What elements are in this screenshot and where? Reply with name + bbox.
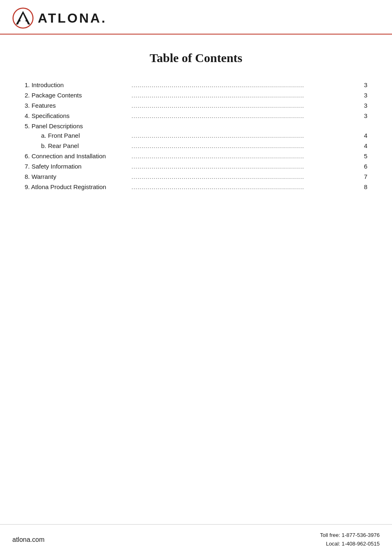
atlona-wordmark: ATLONA. xyxy=(38,11,107,26)
toc-label-toc-9: 9. Atlona Product Registration xyxy=(25,183,131,190)
atlona-logo: ATLONA. xyxy=(12,7,107,29)
toc-page-toc-5b: 4 xyxy=(359,142,367,149)
toc-label-toc-4: 4. Specifications xyxy=(25,112,131,119)
toc-dots-toc-2: ........................................… xyxy=(131,92,359,99)
toc-page-toc-7: 6 xyxy=(359,163,367,170)
page-footer: atlona.com Toll free: 1-877-536-3976 Loc… xyxy=(0,524,392,555)
toc-row: 6. Connection and Installation..........… xyxy=(25,153,367,160)
local-number: 1-408-962-0515 xyxy=(341,541,380,547)
toc-row: 2. Package Contents.....................… xyxy=(25,92,367,99)
toc-row: 9. Atlona Product Registration..........… xyxy=(25,183,367,191)
main-content: Table of Contents 1. Introduction.......… xyxy=(0,35,392,524)
toc-page-toc-4: 3 xyxy=(359,112,367,119)
toc-dots-toc-5b: ........................................… xyxy=(131,143,359,150)
toc-row: 1. Introduction.........................… xyxy=(25,81,367,89)
toc-row: a. Front Panel..........................… xyxy=(25,132,367,140)
toc-dots-toc-3: ........................................… xyxy=(131,102,359,110)
toc-row: 7. Safety Information...................… xyxy=(25,163,367,171)
toc-label-toc-1: 1. Introduction xyxy=(25,81,131,88)
toc-label-toc-3: 3. Features xyxy=(25,102,131,109)
toll-free-label: Toll free: xyxy=(320,532,342,538)
local-label: Local: xyxy=(326,541,341,547)
toc-label-toc-7: 7. Safety Information xyxy=(25,163,131,170)
toc-row: 5. Panel Descriptions xyxy=(25,123,367,130)
page-title: Table of Contents xyxy=(25,51,367,65)
toll-free-number: 1-877-536-3976 xyxy=(341,532,380,538)
toc-page-toc-3: 3 xyxy=(359,102,367,109)
local-line: Local: 1-408-962-0515 xyxy=(320,540,380,548)
toc-page-toc-6: 5 xyxy=(359,153,367,160)
page-header: ATLONA. xyxy=(0,0,392,35)
toc-row: 4. Specifications.......................… xyxy=(25,112,367,120)
toc-dots-toc-4: ........................................… xyxy=(131,113,359,120)
toc-label-toc-8: 8. Warranty xyxy=(25,173,131,180)
toc-label-toc-5a: a. Front Panel xyxy=(25,132,131,139)
toc-label-toc-5: 5. Panel Descriptions xyxy=(25,123,131,130)
toc-dots-toc-5a: ........................................… xyxy=(131,132,359,140)
toc-page-toc-8: 7 xyxy=(359,173,367,180)
footer-website: atlona.com xyxy=(12,536,44,543)
table-of-contents: 1. Introduction.........................… xyxy=(25,81,367,191)
atlona-icon xyxy=(12,7,34,29)
toc-page-toc-5a: 4 xyxy=(359,132,367,139)
toc-label-toc-5b: b. Rear Panel xyxy=(25,142,131,149)
toc-row: 3. Features.............................… xyxy=(25,102,367,110)
toc-page-toc-1: 3 xyxy=(359,81,367,88)
toc-row: 8. Warranty.............................… xyxy=(25,173,367,181)
toll-free-line: Toll free: 1-877-536-3976 xyxy=(320,531,380,540)
toc-page-toc-9: 8 xyxy=(359,183,367,190)
toc-dots-toc-9: ........................................… xyxy=(131,184,359,191)
footer-contact: Toll free: 1-877-536-3976 Local: 1-408-9… xyxy=(320,531,380,548)
toc-row: b. Rear Panel...........................… xyxy=(25,142,367,150)
toc-dots-toc-7: ........................................… xyxy=(131,163,359,171)
svg-rect-4 xyxy=(21,20,25,21)
toc-page-toc-2: 3 xyxy=(359,92,367,99)
toc-label-toc-6: 6. Connection and Installation xyxy=(25,153,131,160)
toc-dots-toc-8: ........................................… xyxy=(131,173,359,181)
toc-dots-toc-6: ........................................… xyxy=(131,153,359,160)
toc-dots-toc-1: ........................................… xyxy=(131,82,359,89)
toc-label-toc-2: 2. Package Contents xyxy=(25,92,131,99)
